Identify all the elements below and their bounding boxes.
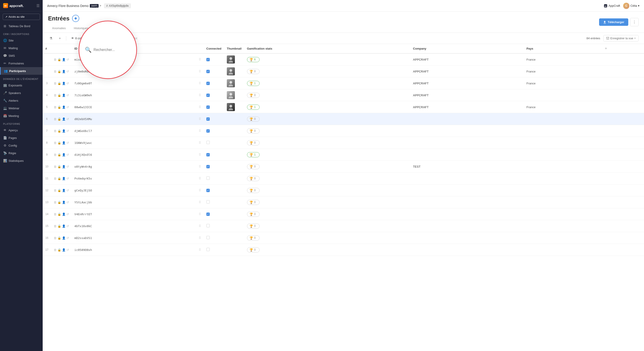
user-icon[interactable]: 👤 <box>62 236 66 240</box>
history-icon[interactable]: ↺ <box>66 189 69 192</box>
history-icon[interactable]: ↺ <box>66 165 69 168</box>
drag-handle-icon[interactable]: ⠿ <box>199 200 201 204</box>
history-icon[interactable]: ↺ <box>66 213 69 216</box>
sidebar-item-exposants[interactable]: 🏢 Exposants <box>0 81 43 89</box>
drag-handle-icon[interactable]: ⠿ <box>199 224 201 228</box>
drag-handle-icon[interactable]: ⠿ <box>199 129 201 133</box>
connected-checkbox[interactable] <box>206 200 210 204</box>
delete-icon[interactable]: 🗑 <box>54 58 56 61</box>
connected-checkbox[interactable] <box>206 189 210 192</box>
connected-cell[interactable] <box>204 244 224 256</box>
connected-checkbox[interactable] <box>206 82 210 85</box>
history-icon[interactable]: ↺ <box>66 177 69 180</box>
connected-checkbox[interactable] <box>206 224 210 227</box>
sidebar-item-apercu[interactable]: 👁 Aperçu <box>0 126 43 134</box>
history-icon[interactable]: ↺ <box>66 201 69 204</box>
drag-handle-icon[interactable]: ⠿ <box>199 212 201 216</box>
drag-handle-cell[interactable]: ⠿ <box>196 220 204 232</box>
lock-icon[interactable]: 🔒 <box>58 82 61 85</box>
drag-handle-icon[interactable]: ⠿ <box>199 93 201 97</box>
sidebar-item-site[interactable]: 🌐 Site <box>0 36 43 44</box>
add-column-table-button[interactable]: + <box>605 46 607 51</box>
sidebar-item-pages[interactable]: 📄 Pages <box>0 134 43 142</box>
connected-cell[interactable] <box>204 137 224 149</box>
history-icon[interactable]: ↺ <box>66 105 69 109</box>
delete-icon[interactable]: 🗑 <box>54 129 56 133</box>
col-company[interactable]: Company <box>410 44 524 53</box>
connected-checkbox[interactable] <box>206 70 210 73</box>
history-icon[interactable]: ↺ <box>66 129 69 133</box>
drag-handle-icon[interactable]: ⠿ <box>199 58 201 61</box>
lock-icon[interactable]: 🔒 <box>58 248 61 252</box>
lock-icon[interactable]: 🔒 <box>58 117 61 121</box>
drag-handle-cell[interactable]: ⠿ <box>196 65 204 77</box>
user-icon[interactable]: 👤 <box>62 70 66 73</box>
lock-icon[interactable]: 🔒 <box>58 58 61 61</box>
connected-cell[interactable] <box>204 149 224 161</box>
drag-handle-cell[interactable]: ⠿ <box>196 173 204 184</box>
drag-handle-cell[interactable]: ⠿ <box>196 77 204 89</box>
sidebar-item-ateliers[interactable]: 🔧 Ateliers <box>0 97 43 104</box>
connected-checkbox[interactable] <box>206 176 210 180</box>
lock-icon[interactable]: 🔒 <box>58 94 61 97</box>
sidebar-item-statistiques[interactable]: 📊 Statistiques <box>0 157 43 164</box>
delete-icon[interactable]: 🗑 <box>54 70 56 73</box>
delete-icon[interactable]: 🗑 <box>54 153 56 156</box>
delete-icon[interactable]: 🗑 <box>54 94 56 97</box>
connected-cell[interactable] <box>204 77 224 89</box>
add-column-button[interactable]: ＋ <box>57 35 63 41</box>
delete-icon[interactable]: 🗑 <box>54 224 56 228</box>
drag-handle-cell[interactable]: ⠿ <box>196 101 204 113</box>
lock-icon[interactable]: 🔒 <box>58 224 61 228</box>
connected-cell[interactable] <box>204 232 224 244</box>
lock-icon[interactable]: 🔒 <box>58 177 61 180</box>
connected-cell[interactable] <box>204 89 224 101</box>
drag-handle-cell[interactable]: ⠿ <box>196 232 204 244</box>
history-icon[interactable]: ↺ <box>66 94 69 97</box>
sidebar-item-participants[interactable]: 👥 Participants <box>0 67 43 75</box>
connected-checkbox[interactable] <box>206 165 210 168</box>
drag-handle-icon[interactable]: ⠿ <box>199 236 201 240</box>
connected-cell[interactable] <box>204 65 224 77</box>
tab-anomalies[interactable]: Anomalies <box>48 24 70 32</box>
connected-checkbox[interactable] <box>206 236 210 239</box>
user-menu[interactable]: C Célia ▾ <box>623 3 640 9</box>
col-thumbnail[interactable]: Thumbnail <box>224 44 244 53</box>
history-icon[interactable]: ↺ <box>66 153 69 156</box>
lock-icon[interactable]: 🔒 <box>58 165 61 168</box>
user-icon[interactable]: 👤 <box>62 248 66 252</box>
drag-handle-icon[interactable]: ⠿ <box>199 177 201 180</box>
user-icon[interactable]: 👤 <box>62 224 66 228</box>
lock-icon[interactable]: 🔒 <box>58 129 61 133</box>
connected-checkbox[interactable] <box>206 117 210 121</box>
lock-icon[interactable]: 🔒 <box>58 105 61 109</box>
drag-handle-cell[interactable]: ⠿ <box>196 53 204 65</box>
sidebar-item-regie[interactable]: 📡 Régie <box>0 149 43 157</box>
connected-cell[interactable] <box>204 53 224 65</box>
drag-handle-cell[interactable]: ⠿ <box>196 244 204 256</box>
history-icon[interactable]: ↺ <box>66 224 69 228</box>
delete-icon[interactable]: 🗑 <box>54 201 56 204</box>
lock-icon[interactable]: 🔒 <box>58 70 61 73</box>
user-icon[interactable]: 👤 <box>62 129 66 133</box>
delete-icon[interactable]: 🗑 <box>54 165 56 168</box>
delete-icon[interactable]: 🗑 <box>54 236 56 240</box>
history-icon[interactable]: ↺ <box>66 82 69 85</box>
history-icon[interactable]: ↺ <box>66 70 69 73</box>
user-icon[interactable]: 👤 <box>62 94 66 97</box>
user-icon[interactable]: 👤 <box>62 213 66 216</box>
user-icon[interactable]: 👤 <box>62 189 66 192</box>
drag-handle-cell[interactable]: ⠿ <box>196 113 204 125</box>
col-gamification[interactable]: Gamification stats <box>244 44 410 53</box>
breadcrumb-dropdown[interactable]: ▾ <box>100 4 101 7</box>
connected-checkbox[interactable] <box>206 58 210 61</box>
drag-handle-cell[interactable]: ⠿ <box>196 137 204 149</box>
drag-handle-cell[interactable]: ⠿ <box>196 196 204 208</box>
connected-cell[interactable] <box>204 125 224 137</box>
delete-icon[interactable]: 🗑 <box>54 189 56 192</box>
connected-checkbox[interactable] <box>206 248 210 251</box>
history-icon[interactable]: ↺ <box>66 236 69 240</box>
lock-icon[interactable]: 🔒 <box>58 189 61 192</box>
hamburger-icon[interactable]: ☰ <box>36 3 40 8</box>
drag-handle-icon[interactable]: ⠿ <box>199 165 201 168</box>
